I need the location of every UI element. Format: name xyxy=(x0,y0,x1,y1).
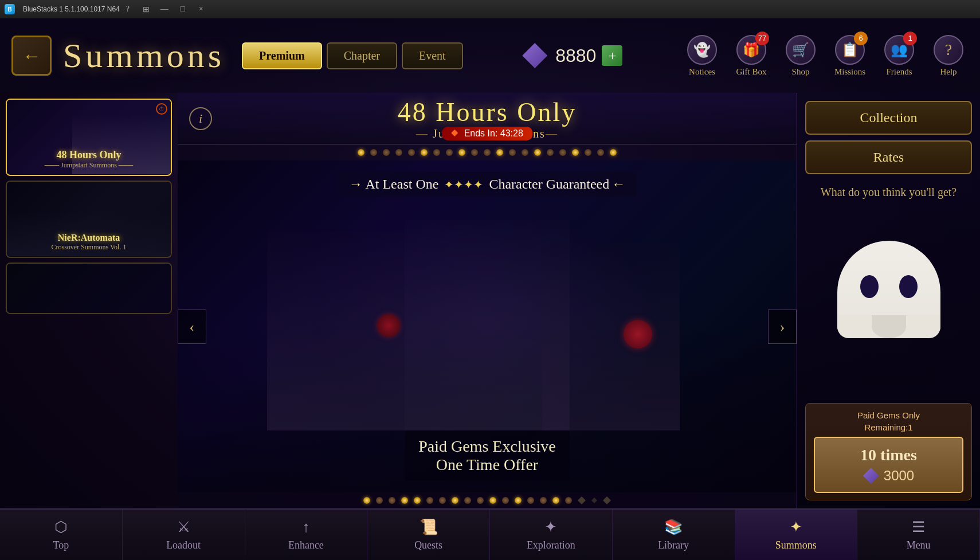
top-bar: ← Summons Premium Chapter Event 8880 + 👻 xyxy=(0,18,980,93)
loadout-nav-icon: ⚔ xyxy=(177,518,190,536)
bdot-12 xyxy=(515,497,522,504)
shop-button[interactable]: 🛒 Shop xyxy=(781,35,821,77)
enhance-nav-icon: ↑ xyxy=(302,519,309,536)
bdot-7 xyxy=(452,497,458,504)
notices-icon: 👻 xyxy=(687,35,717,65)
char-left xyxy=(267,232,405,430)
back-button[interactable]: ← xyxy=(11,36,52,76)
summon-times-label: 10 times xyxy=(823,446,954,464)
center-diamond-3 xyxy=(603,496,611,504)
rates-button[interactable]: Rates xyxy=(805,140,972,174)
dot-10 xyxy=(484,149,491,156)
guarantee-stars: ✦✦✦✦ xyxy=(444,178,483,191)
top-nav-icon: ⬡ xyxy=(54,518,68,536)
nav-menu[interactable]: ☰ Menu xyxy=(857,510,980,560)
missions-button[interactable]: 6 📋 Missions xyxy=(830,35,870,77)
nav-quests[interactable]: 📜 Quests xyxy=(367,510,490,560)
notices-label: Notices xyxy=(689,67,715,77)
banner-overlay: → At Least One ✦✦✦✦ Character Guaranteed… xyxy=(178,160,797,492)
dot-9 xyxy=(471,149,478,156)
cost-row: 3000 xyxy=(823,468,954,484)
nav-tabs: Premium Chapter Event xyxy=(242,42,463,69)
card1-timer-icon: ⏱ xyxy=(156,103,167,115)
ghost-mascot xyxy=(837,241,940,355)
bdot-0 xyxy=(363,497,370,504)
paid-gems-label: Paid Gems Only xyxy=(814,410,963,420)
nav-enhance[interactable]: ↑ Enhance xyxy=(245,510,368,560)
nav-top[interactable]: ⬡ Top xyxy=(0,510,123,560)
prev-arrow-icon: ‹ xyxy=(189,318,194,336)
dot-1 xyxy=(370,149,377,156)
minimize-btn[interactable]: — xyxy=(156,3,173,15)
close-btn[interactable]: × xyxy=(193,3,209,15)
nav-summons[interactable]: ✦ Summons xyxy=(735,510,858,560)
info-button[interactable]: i xyxy=(189,107,212,130)
bg-glow xyxy=(315,212,659,441)
next-banner-button[interactable]: › xyxy=(768,310,797,344)
dot-3 xyxy=(395,149,402,156)
top-icons: 👻 Notices 77 🎁 Gift Box 🛒 Shop 6 📋 Missi… xyxy=(682,35,969,77)
tab-chapter[interactable]: Chapter xyxy=(327,42,397,69)
dot-7 xyxy=(446,149,453,156)
rose-decor-2 xyxy=(624,320,652,348)
friends-label: Friends xyxy=(887,67,912,77)
collection-button[interactable]: Collection xyxy=(805,101,972,135)
gift-badge: 77 xyxy=(755,32,769,45)
char-center xyxy=(405,220,570,430)
nav-loadout[interactable]: ⚔ Loadout xyxy=(123,510,245,560)
timer-value: 43:28 xyxy=(500,128,523,138)
exclusive-line2: One Time Offer xyxy=(418,456,556,474)
card2-title: NieR:Automata xyxy=(7,233,171,243)
gem-cost-icon xyxy=(863,468,879,484)
guarantee-suffix: Character Guaranteed xyxy=(489,177,609,191)
notices-button[interactable]: 👻 Notices xyxy=(682,35,722,77)
tab-premium[interactable]: Premium xyxy=(242,42,322,69)
dot-4 xyxy=(408,149,415,156)
help-button[interactable]: ? Help xyxy=(928,35,969,77)
window-controls[interactable]: ? ⊞ — □ × xyxy=(120,3,209,15)
card1-title: 48 Hours Only xyxy=(7,149,171,161)
dot-19 xyxy=(597,149,604,156)
ghost-body xyxy=(837,241,940,338)
exploration-nav-label: Exploration xyxy=(527,539,575,551)
prev-banner-button[interactable]: ‹ xyxy=(178,310,206,344)
bdot-8 xyxy=(464,497,471,504)
friends-badge: 1 xyxy=(903,32,917,45)
maximize-btn[interactable]: □ xyxy=(175,3,191,15)
dot-17 xyxy=(572,149,579,156)
sidebar-card-nier[interactable]: NieR:Automata Crossover Summons Vol. 1 xyxy=(6,181,172,258)
bottom-dots-bar xyxy=(178,492,797,508)
missions-badge: 6 xyxy=(854,32,868,45)
banner-main: ‹ → At Least One ✦✦✦✦ Character Guarante… xyxy=(178,160,797,492)
settings-btn[interactable]: ⊞ xyxy=(138,3,154,15)
tab-event[interactable]: Event xyxy=(402,42,463,69)
sidebar-card-48hours[interactable]: ⏱ 48 Hours Only ─── Jumpstart Summons ──… xyxy=(6,99,172,176)
bdot-2 xyxy=(389,497,395,504)
bdot-3 xyxy=(401,497,408,504)
center-diamond-1 xyxy=(578,496,586,504)
friends-button[interactable]: 1 👥 Friends xyxy=(879,35,919,77)
sidebar-card-3[interactable] xyxy=(6,263,172,314)
summon-10-times-button[interactable]: 10 times 3000 xyxy=(814,437,963,493)
help-btn[interactable]: ? xyxy=(120,3,136,15)
exclusive-line1: Paid Gems Exclusive xyxy=(418,437,556,456)
menu-nav-icon: ☰ xyxy=(912,518,925,536)
banner-title-bar: i 48 Hours Only Jumpstart Summons Ends I… xyxy=(178,93,797,144)
bdot-4 xyxy=(414,497,421,504)
bottom-nav: ⬡ Top ⚔ Loadout ↑ Enhance 📜 Quests ✦ Exp… xyxy=(0,508,980,560)
quests-nav-icon: 📜 xyxy=(420,518,438,536)
nav-exploration[interactable]: ✦ Exploration xyxy=(490,510,613,560)
bdot-1 xyxy=(376,497,383,504)
gem-icon xyxy=(522,43,547,68)
cost-amount: 3000 xyxy=(884,468,914,484)
add-currency-button[interactable]: + xyxy=(602,45,622,66)
summons-nav-icon: ✦ xyxy=(790,518,802,536)
nav-library[interactable]: 📚 Library xyxy=(613,510,735,560)
gift-box-button[interactable]: 77 🎁 Gift Box xyxy=(731,35,771,77)
center-diamond-2 xyxy=(591,498,597,503)
dot-8 xyxy=(458,149,465,156)
app-logo: B BlueStacks 1 5.1.100.1017 N64 xyxy=(5,4,120,14)
dot-12 xyxy=(509,149,516,156)
dot-18 xyxy=(585,149,591,156)
rates-label: Rates xyxy=(873,150,904,165)
